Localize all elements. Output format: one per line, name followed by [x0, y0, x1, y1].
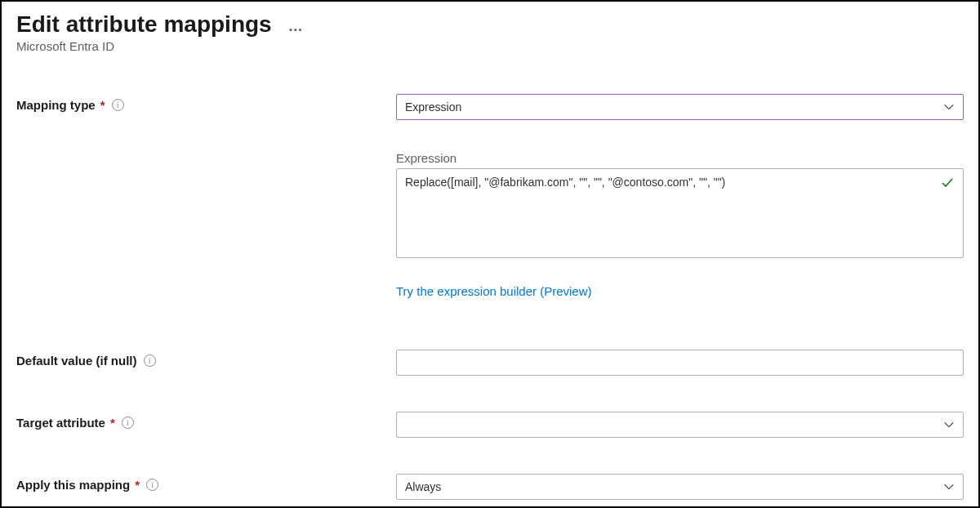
apply-mapping-select[interactable]: Always: [396, 474, 964, 500]
page-subtitle: Microsoft Entra ID: [16, 39, 964, 53]
info-icon[interactable]: i: [112, 99, 124, 111]
expression-label: Expression: [396, 151, 964, 165]
check-icon: [941, 176, 954, 193]
target-attribute-label: Target attribute *: [16, 416, 115, 430]
info-icon[interactable]: i: [144, 354, 156, 367]
chevron-down-icon: [943, 419, 955, 430]
default-value-input[interactable]: [396, 350, 964, 376]
expression-textarea[interactable]: [396, 168, 964, 258]
expression-builder-link[interactable]: Try the expression builder (Preview): [396, 284, 592, 298]
info-icon[interactable]: i: [146, 479, 158, 491]
chevron-down-icon: [943, 481, 955, 492]
chevron-down-icon: [943, 101, 955, 113]
mapping-type-select[interactable]: Expression: [396, 94, 964, 120]
mapping-type-label: Mapping type *: [16, 98, 105, 112]
page-title: Edit attribute mappings: [16, 11, 272, 38]
target-attribute-select[interactable]: [396, 412, 964, 438]
more-icon[interactable]: …: [288, 18, 305, 35]
info-icon[interactable]: i: [122, 417, 134, 429]
default-value-label: Default value (if null): [16, 354, 137, 368]
apply-mapping-label: Apply this mapping *: [16, 478, 140, 492]
